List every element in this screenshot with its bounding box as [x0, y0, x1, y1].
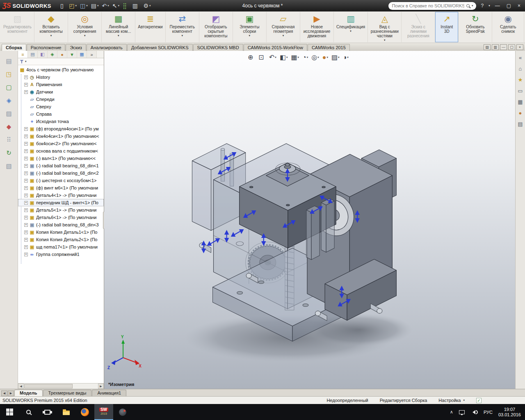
undo-button[interactable]: ↶ ▾: [100, 1, 111, 10]
tree-item[interactable]: + ▱ Сверху: [18, 103, 104, 110]
move-component-button[interactable]: ⇄ Переместить компонент ▾: [166, 12, 199, 42]
select-button[interactable]: ↖ ▾: [111, 1, 121, 10]
show-hidden-components-button[interactable]: ◩ Отобразить скрытые компоненты ▾: [199, 12, 233, 42]
tree-item[interactable]: + + Исходная точка: [18, 118, 104, 125]
tree-item[interactable]: + ▣ Деталь4<1> -> (По умолчани: [18, 192, 104, 199]
left-toolbar-button-4[interactable]: ◈: [4, 96, 14, 105]
new-motion-study-button[interactable]: ▶ Новое исследование движения ▾: [300, 12, 333, 42]
tab-camworks-workflow[interactable]: CAMWorks 2015-WorkFlow: [244, 44, 307, 51]
expand-toggle[interactable]: +: [24, 216, 28, 219]
tab-sketch[interactable]: Эскиз: [66, 44, 86, 51]
graphics-viewport[interactable]: Y X Z ⊕ ▾ ⊡ ▾: [104, 51, 515, 389]
instant-3d-button[interactable]: ↗ Instant 3D ▾: [435, 12, 458, 42]
doc-close-button[interactable]: ×: [516, 44, 523, 50]
file-properties-button[interactable]: ▥ ▾: [131, 1, 142, 10]
camworks-feature-tab[interactable]: ▼: [67, 51, 77, 58]
tree-item[interactable]: + ▱ Справа: [18, 110, 104, 118]
tab-3d-views[interactable]: Трехмерные виды: [43, 390, 92, 396]
doc-restore-button[interactable]: ▢: [508, 44, 515, 50]
tree-item[interactable]: + ▣ Копия Копия Деталь2<1> (По: [18, 236, 104, 243]
expand-toggle[interactable]: +: [24, 142, 28, 146]
display-style-button[interactable]: ◔ ▾: [302, 54, 308, 61]
app-button[interactable]: [113, 404, 132, 420]
scroll-right-button[interactable]: ▶: [98, 383, 104, 389]
restore-button[interactable]: ▢: [504, 3, 513, 9]
smart-fasteners-button[interactable]: ≣ Автокрепежи ▾: [135, 12, 165, 42]
expand-toggle[interactable]: +: [24, 223, 28, 227]
expand-toggle[interactable]: +: [24, 171, 28, 175]
expand-toggle[interactable]: +: [24, 164, 28, 168]
tab-animation1[interactable]: Анимация1: [92, 390, 126, 396]
hide-show-items-button[interactable]: ◎ ▾: [311, 54, 319, 61]
tab-solidworks-mbd[interactable]: SOLIDWORKS MBD: [193, 44, 243, 51]
tree-item[interactable]: + ▣ Копия Копия Деталь1<1> (По: [18, 228, 104, 236]
previous-view-button[interactable]: ↶ ▾: [269, 54, 276, 61]
expand-toggle[interactable]: +: [24, 208, 28, 212]
tree-item[interactable]: + ▣ (-) radial ball bearing_68_din<2: [18, 169, 104, 177]
tree-item[interactable]: + ▣ (-) radial ball bearing_68_din<1: [18, 162, 104, 169]
help-button[interactable]: ?: [479, 3, 486, 9]
tree-item[interactable]: + ▣ переходник ШД - винт<1> (По: [18, 199, 104, 206]
bill-of-materials-button[interactable]: ▥ Спецификация ▾: [334, 12, 368, 42]
expand-toggle[interactable]: +: [24, 245, 28, 249]
appearances-button[interactable]: ●: [519, 110, 522, 116]
linear-pattern-button[interactable]: ▦ Линейный массив ком... ▾: [102, 12, 135, 42]
take-snapshot-button[interactable]: ◉ Сделать снимок ▾: [492, 12, 524, 42]
tree-item[interactable]: + ▩ 4ось с червяком (По умолчанию: [18, 66, 104, 73]
expand-toggle[interactable]: +: [24, 90, 28, 94]
expand-toggle[interactable]: +: [24, 149, 28, 153]
propertymanager-tab[interactable]: ▤: [28, 51, 38, 58]
new-document-button[interactable]: ▯ ▾: [59, 1, 67, 10]
tree-item[interactable]: + ▣ (ф) второедля4оси<1> (По ум: [18, 125, 104, 132]
expand-toggle[interactable]: +: [24, 179, 28, 183]
expand-toggle[interactable]: +: [24, 194, 28, 197]
filter-icon[interactable]: [20, 60, 24, 64]
close-button[interactable]: ×: [516, 3, 523, 9]
view-orientation-button[interactable]: ▦ ▾: [291, 54, 299, 61]
taskbar-clock[interactable]: 19:07 03.01.2016: [498, 407, 521, 418]
tree-item[interactable]: + ▣ (-) шестерня с косозубом<1>: [18, 177, 104, 184]
assembly-features-button[interactable]: ▣ Элементы сборки ▾: [233, 12, 266, 42]
custom-properties-button[interactable]: ▤: [518, 121, 523, 127]
customization-menu[interactable]: Настройка: [438, 398, 461, 403]
start-button[interactable]: [0, 404, 19, 420]
tree-item[interactable]: + ▣ Деталь6<1> -> (По умолчани: [18, 214, 104, 221]
tree-item[interactable]: + ▣ (ф) винт м6<1> (По умолчани: [18, 184, 104, 192]
taskpane-collapse-button[interactable]: «: [519, 55, 522, 60]
panel-overflow-button[interactable]: »: [87, 51, 97, 58]
options-button[interactable]: ⚙ ▾: [142, 1, 153, 10]
language-indicator[interactable]: РУС: [484, 410, 493, 415]
tree-item[interactable]: + ◉ Датчики: [18, 88, 104, 96]
print-button[interactable]: ▤ ▾: [89, 1, 100, 10]
doc-tabs-scroll-left-button[interactable]: ◀: [1, 390, 7, 396]
tab-layout[interactable]: Расположение: [27, 44, 66, 51]
configurationmanager-tab[interactable]: ◧: [38, 51, 48, 58]
resources-home-button[interactable]: ⌂: [519, 66, 522, 71]
expand-toggle[interactable]: +: [24, 135, 28, 138]
expand-toggle[interactable]: +: [24, 201, 28, 205]
chevron-down-icon[interactable]: ▾: [463, 399, 465, 402]
dimxpertmanager-tab[interactable]: ◈: [48, 51, 57, 58]
volume-button[interactable]: [470, 410, 478, 414]
view-settings-button[interactable]: ◑ ▾: [343, 54, 349, 61]
expand-toggle[interactable]: +: [24, 75, 28, 79]
network-button[interactable]: [459, 410, 465, 414]
displaymanager-tab[interactable]: ●: [57, 51, 67, 58]
browser-button[interactable]: [75, 404, 94, 420]
help-search-input[interactable]: Поиск в Справке по SOLIDWORKS ▾: [388, 2, 476, 10]
insert-components-button[interactable]: ◆ Вставить компоненты ▾: [34, 12, 68, 42]
reference-geometry-button[interactable]: ▱ Справочная геометрия ▾: [267, 12, 300, 42]
expand-toggle[interactable]: +: [24, 186, 28, 190]
featuremanager-tab[interactable]: ≡: [18, 51, 28, 58]
expand-toggle[interactable]: +: [24, 127, 28, 131]
exploded-view-button[interactable]: ◬ Вид с разнесенными частями ▾: [368, 12, 401, 42]
expand-toggle[interactable]: +: [24, 238, 28, 242]
tree-item[interactable]: + ▱ Спереди: [18, 96, 104, 103]
expand-toggle[interactable]: +: [24, 83, 28, 87]
edit-component-button[interactable]: ▧ Редактировать компонент ▾: [1, 12, 34, 42]
solidworks-taskbar-button[interactable]: SW2015: [94, 404, 113, 420]
tag-toggle-icon[interactable]: ✓: [476, 398, 482, 403]
tree-item[interactable]: + ▣ (-) вал<1> (По умолчанию<<: [18, 155, 104, 162]
chevron-down-icon[interactable]: ▾: [25, 60, 27, 63]
left-toolbar-button-5[interactable]: ▨: [4, 109, 14, 118]
